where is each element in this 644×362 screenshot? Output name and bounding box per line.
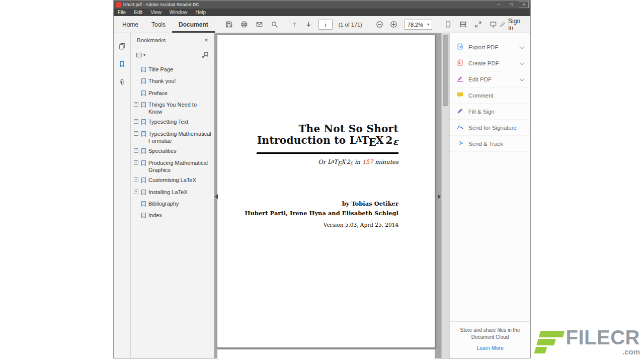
toolbar: Home Tools Document i bbox=[114, 16, 530, 33]
locate-current-bookmark-icon[interactable] bbox=[202, 51, 209, 58]
close-panel-icon[interactable]: × bbox=[202, 36, 211, 45]
bookmark-flag-icon bbox=[141, 66, 146, 74]
tool-fill-sign[interactable]: Fill & Sign bbox=[450, 104, 530, 120]
bookmarks-panel-icon[interactable] bbox=[117, 58, 128, 69]
chevron-down-icon[interactable] bbox=[520, 60, 525, 65]
previous-page-icon[interactable] bbox=[288, 18, 301, 31]
toolbar-tabs: Home Tools Document bbox=[116, 16, 215, 33]
bookmark-item-label: Customising LaTeX bbox=[148, 176, 196, 184]
tool-edit-pdf[interactable]: Edit PDF bbox=[450, 71, 530, 87]
collapse-tools-arrow-icon[interactable] bbox=[438, 194, 441, 199]
export-pdf-icon bbox=[456, 43, 464, 51]
menu-help[interactable]: Help bbox=[191, 9, 210, 16]
fit-page-icon[interactable] bbox=[441, 18, 454, 31]
zoom-level-select[interactable]: 78.2% ▾ bbox=[405, 20, 432, 30]
fill-sign-icon bbox=[456, 107, 464, 116]
file-actions-group bbox=[223, 18, 281, 31]
presentation-icon[interactable] bbox=[487, 18, 500, 31]
title-block: The Not So Short Introduction to LATEX2ε… bbox=[257, 123, 398, 167]
bookmark-item[interactable]: Preface bbox=[131, 88, 214, 100]
menu-file[interactable]: File bbox=[114, 9, 130, 16]
bookmark-item[interactable]: Title Page bbox=[131, 64, 214, 76]
search-icon[interactable] bbox=[268, 18, 281, 31]
collapse-bookmarks-arrow-icon[interactable] bbox=[215, 194, 218, 199]
pdf-page[interactable]: The Not So Short Introduction to LATEX2ε… bbox=[217, 34, 435, 348]
window-title: lshort.pdf - Adobe Acrobat Reader DC bbox=[123, 2, 491, 7]
close-button[interactable]: × bbox=[519, 1, 529, 8]
expand-plus-icon[interactable]: + bbox=[134, 190, 138, 194]
tool-send-track[interactable]: Send & Track bbox=[450, 136, 530, 152]
bookmark-item[interactable]: +Typesetting Text bbox=[131, 117, 214, 128]
title-rule bbox=[257, 152, 398, 154]
pdf-page-next[interactable] bbox=[217, 349, 435, 360]
bookmark-item[interactable]: +Producing Mathematical Graphics bbox=[131, 158, 214, 175]
bookmark-options-icon[interactable]: ▾ bbox=[136, 52, 145, 58]
menu-edit[interactable]: Edit bbox=[130, 9, 146, 16]
chevron-down-icon[interactable] bbox=[520, 44, 525, 49]
filecr-brand: FILECR bbox=[566, 328, 640, 346]
pdf-file-icon bbox=[116, 2, 121, 8]
pen-icon bbox=[500, 21, 506, 28]
expander-cell: + bbox=[134, 118, 140, 124]
learn-more-link[interactable]: Learn More bbox=[458, 344, 522, 352]
print-icon[interactable] bbox=[238, 18, 251, 31]
fit-width-icon[interactable] bbox=[456, 18, 469, 31]
expand-plus-icon[interactable]: + bbox=[134, 102, 138, 107]
zoom-out-icon[interactable] bbox=[373, 18, 386, 31]
tool-create-pdf[interactable]: Create PDF bbox=[450, 55, 530, 71]
tools-list: Export PDFCreate PDFEdit PDFCommentFill … bbox=[450, 39, 530, 152]
tool-item-label: Create PDF bbox=[468, 60, 499, 66]
tool-export-pdf[interactable]: Export PDF bbox=[450, 39, 530, 55]
read-mode-icon[interactable] bbox=[471, 18, 485, 31]
document-cloud-promo: Store and share files in the Document Cl… bbox=[450, 321, 530, 358]
minimize-button[interactable]: – bbox=[494, 1, 504, 8]
bookmark-item[interactable]: Bibliography bbox=[131, 199, 214, 210]
bookmark-item-label: Specialities bbox=[148, 147, 177, 154]
bookmark-flag-icon bbox=[141, 189, 146, 197]
email-icon[interactable] bbox=[253, 18, 266, 31]
expand-plus-icon[interactable]: + bbox=[134, 131, 138, 136]
acrobat-window: lshort.pdf - Adobe Acrobat Reader DC – □… bbox=[113, 0, 531, 358]
maximize-button[interactable]: □ bbox=[506, 1, 516, 8]
zoom-in-icon[interactable] bbox=[387, 18, 400, 31]
tools-panel: Export PDFCreate PDFEdit PDFCommentFill … bbox=[449, 33, 530, 358]
titlebar: lshort.pdf - Adobe Acrobat Reader DC – □… bbox=[114, 1, 530, 9]
chevron-down-icon[interactable] bbox=[520, 76, 525, 81]
tool-comment[interactable]: Comment bbox=[450, 87, 530, 104]
send-track-icon bbox=[456, 139, 464, 148]
sign-in-button[interactable]: Sign In bbox=[500, 18, 530, 32]
tab-document[interactable]: Document bbox=[172, 16, 215, 33]
expand-plus-icon[interactable]: + bbox=[134, 177, 138, 182]
bookmark-item-label: Preface bbox=[148, 89, 168, 97]
bookmark-item[interactable]: Thank you! bbox=[131, 76, 214, 87]
tab-home[interactable]: Home bbox=[116, 16, 145, 33]
attachments-icon[interactable] bbox=[117, 76, 128, 87]
next-page-icon[interactable] bbox=[302, 18, 315, 31]
doc-title-line1: The Not So Short bbox=[257, 123, 398, 135]
bookmark-item[interactable]: +Typesetting Mathematical Formulae bbox=[131, 129, 214, 146]
vertical-scrollbar[interactable] bbox=[441, 33, 449, 358]
expander-spacer bbox=[134, 77, 140, 78]
tool-send-for-signature[interactable]: Send for Signature bbox=[450, 120, 530, 136]
scrollbar-thumb[interactable] bbox=[443, 35, 448, 106]
menu-window[interactable]: Window bbox=[166, 9, 192, 16]
comment-icon bbox=[456, 91, 464, 100]
bookmark-item[interactable]: +Things You Need to Know bbox=[131, 100, 214, 117]
menu-view[interactable]: View bbox=[146, 9, 166, 16]
document-area[interactable]: The Not So Short Introduction to LATEX2ε… bbox=[214, 33, 449, 358]
page-thumbnails-icon[interactable] bbox=[117, 40, 128, 51]
expand-plus-icon[interactable]: + bbox=[134, 160, 138, 165]
page-number-input[interactable]: i bbox=[318, 20, 333, 30]
chevron-down-icon: ▾ bbox=[143, 53, 145, 57]
expander-spacer bbox=[134, 89, 140, 90]
expand-plus-icon[interactable]: + bbox=[134, 148, 138, 153]
chevron-down-icon: ▾ bbox=[427, 22, 429, 27]
bookmark-item[interactable]: +Installing LaTeX bbox=[131, 187, 214, 199]
expand-plus-icon[interactable]: + bbox=[134, 119, 138, 124]
bookmark-item[interactable]: Index bbox=[131, 210, 214, 222]
bookmark-item[interactable]: +Customising LaTeX bbox=[131, 175, 214, 187]
bookmark-item[interactable]: +Specialities bbox=[131, 146, 214, 157]
tab-tools[interactable]: Tools bbox=[145, 16, 172, 33]
save-icon[interactable] bbox=[223, 18, 236, 31]
bookmark-item-label: Installing LaTeX bbox=[148, 189, 188, 196]
